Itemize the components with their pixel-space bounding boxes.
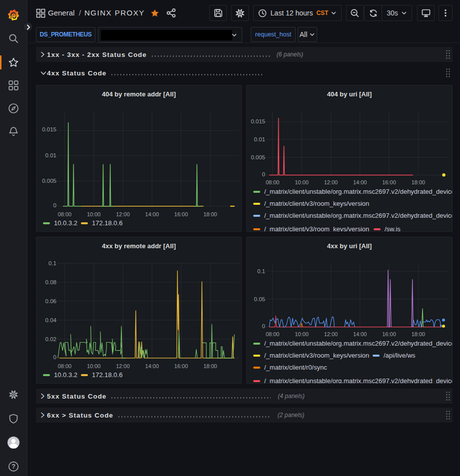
svg-text:0.015: 0.015: [251, 118, 265, 124]
svg-text:14:00: 14:00: [353, 331, 367, 337]
svg-text:0.01: 0.01: [254, 136, 265, 142]
svg-text:0.02: 0.02: [45, 336, 56, 342]
svg-text:12:00: 12:00: [324, 179, 338, 185]
svg-text:18:00: 18:00: [203, 363, 217, 369]
svg-text:14:00: 14:00: [145, 363, 159, 369]
svg-text:12:00: 12:00: [324, 331, 338, 337]
svg-text:08:00: 08:00: [58, 211, 72, 217]
svg-text:0.1: 0.1: [257, 268, 265, 274]
svg-text:08:00: 08:00: [266, 331, 280, 337]
svg-text:0.08: 0.08: [45, 279, 56, 285]
svg-text:0.015: 0.015: [42, 126, 56, 132]
svg-text:0.01: 0.01: [45, 152, 56, 158]
svg-text:0: 0: [262, 171, 265, 177]
svg-text:0: 0: [53, 354, 56, 360]
svg-text:14:00: 14:00: [145, 211, 159, 217]
svg-text:16:00: 16:00: [382, 331, 396, 337]
svg-text:0.05: 0.05: [254, 296, 265, 302]
svg-text:08:00: 08:00: [266, 179, 280, 185]
svg-text:16:00: 16:00: [174, 211, 188, 217]
svg-text:16:00: 16:00: [382, 179, 396, 185]
svg-text:10:00: 10:00: [295, 331, 309, 337]
svg-text:18:00: 18:00: [203, 211, 217, 217]
svg-text:10:00: 10:00: [87, 211, 101, 217]
svg-text:0.06: 0.06: [45, 298, 56, 304]
svg-text:0.04: 0.04: [45, 317, 57, 323]
svg-text:?: ?: [11, 463, 15, 470]
svg-text:12:00: 12:00: [116, 363, 130, 369]
svg-text:14:00: 14:00: [353, 179, 367, 185]
svg-text:12:00: 12:00: [116, 211, 130, 217]
svg-text:18:00: 18:00: [412, 179, 426, 185]
svg-text:0: 0: [262, 323, 265, 329]
svg-text:0: 0: [53, 202, 56, 208]
svg-text:16:00: 16:00: [174, 363, 188, 369]
svg-text:10:00: 10:00: [87, 363, 101, 369]
svg-text:0.005: 0.005: [251, 154, 265, 160]
svg-text:0.005: 0.005: [42, 178, 56, 184]
svg-text:10:00: 10:00: [295, 179, 309, 185]
svg-text:08:00: 08:00: [58, 363, 72, 369]
svg-text:0.1: 0.1: [48, 260, 56, 266]
svg-text:18:00: 18:00: [412, 331, 426, 337]
